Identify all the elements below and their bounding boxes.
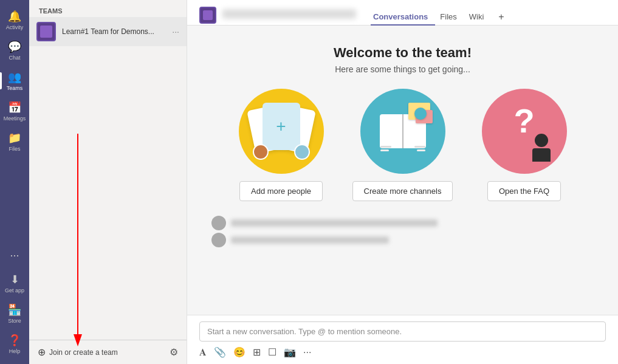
welcome-subtitle: Here are some things to get going... <box>335 64 470 74</box>
team-avatar-inner <box>40 26 52 38</box>
channel-title-blurred <box>222 9 356 19</box>
nav-label-meetings: Meetings <box>4 115 26 122</box>
nav-item-teams[interactable]: 👥 Teams <box>0 66 29 96</box>
activity-icon: 🔔 <box>8 10 21 23</box>
book-line-2 <box>380 149 389 151</box>
nav-item-chat[interactable]: 💬 Chat <box>0 35 29 66</box>
welcome-card-faq: ? Open the FAQ <box>470 89 579 201</box>
circle-decoration <box>414 108 427 120</box>
welcome-card-add-people: + Add more people <box>227 89 336 201</box>
meetings-icon: 📅 <box>8 101 21 114</box>
create-more-channels-button[interactable]: Create more channels <box>352 181 453 201</box>
message-row-1 <box>211 216 594 230</box>
main-content: Conversations Files Wiki + Welcome to th… <box>187 0 618 364</box>
compose-area: Start a new conversation. Type @ to ment… <box>187 315 618 364</box>
annotation-arrow <box>29 131 90 349</box>
nav-label-activity: Activity <box>6 24 24 30</box>
team-avatar <box>36 22 56 41</box>
messages-area <box>187 216 618 257</box>
avatar-left <box>253 144 269 160</box>
team-name: Learn#1 Team for Demons... <box>62 27 172 36</box>
more-options-icon[interactable]: ··· <box>303 347 311 358</box>
book-line-4 <box>417 149 425 151</box>
meet-icon[interactable]: 📷 <box>284 346 296 358</box>
chat-icon: 💬 <box>8 40 21 53</box>
getapp-icon: ⬇ <box>10 273 19 286</box>
avatar-right <box>294 144 310 160</box>
nav-item-files[interactable]: 📁 Files <box>0 126 29 157</box>
create-channels-illustration <box>360 89 445 174</box>
compose-toolbar: 𝐀 📎 😊 ⊞ ☐ 📷 ··· <box>199 346 606 358</box>
join-create-label: Join or create a team <box>49 348 118 357</box>
join-create-icon: ⊕ <box>38 346 46 358</box>
nav-item-getapp[interactable]: ⬇ Get app <box>0 268 29 298</box>
sidebar: TEAMS Learn#1 Team for Demons... ··· ⊕ J… <box>29 0 187 364</box>
tab-conversations[interactable]: Conversations <box>371 9 435 25</box>
nav-label-help: Help <box>9 348 21 354</box>
message-avatar-2 <box>211 233 226 247</box>
nav-label-files: Files <box>9 146 20 152</box>
channel-avatar <box>199 7 216 24</box>
attach-icon[interactable]: 📎 <box>214 346 226 358</box>
person-figure <box>532 134 551 162</box>
giphy-icon[interactable]: ⊞ <box>253 346 261 358</box>
add-people-illustration: + <box>239 89 324 174</box>
format-text-icon[interactable]: 𝐀 <box>199 347 207 358</box>
join-create-button[interactable]: ⊕ Join or create a team <box>38 346 118 358</box>
nav-item-activity[interactable]: 🔔 Activity <box>0 5 29 35</box>
sticker-icon[interactable]: ☐ <box>268 346 276 358</box>
nav-label-getapp: Get app <box>5 287 24 294</box>
welcome-cards: + Add more people <box>227 89 579 201</box>
message-text-2 <box>231 236 389 244</box>
tab-add-button[interactable]: + <box>493 9 509 25</box>
book-spine <box>402 114 403 148</box>
compose-input[interactable]: Start a new conversation. Type @ to ment… <box>199 321 606 342</box>
book-line-1 <box>380 146 391 148</box>
files-icon: 📁 <box>8 131 21 145</box>
nav-item-more[interactable]: ··· <box>0 244 29 268</box>
message-row-2 <box>211 233 594 247</box>
book-line-3 <box>414 146 425 148</box>
message-text-1 <box>231 219 438 227</box>
message-avatar-1 <box>211 216 226 230</box>
nav-label-store: Store <box>8 318 21 324</box>
sidebar-team-item[interactable]: Learn#1 Team for Demons... ··· <box>29 17 187 46</box>
person-head <box>535 134 548 147</box>
channel-header: Conversations Files Wiki + <box>187 0 618 26</box>
settings-icon[interactable]: ⚙ <box>170 346 178 358</box>
question-mark-icon: ? <box>513 104 534 138</box>
person-body <box>532 148 551 162</box>
nav-item-meetings[interactable]: 📅 Meetings <box>0 96 29 126</box>
tab-wiki[interactable]: Wiki <box>467 9 492 25</box>
more-icon: ··· <box>10 249 19 262</box>
help-icon: ❓ <box>8 334 21 347</box>
nav-item-help[interactable]: ❓ Help <box>0 329 29 359</box>
welcome-section: Welcome to the team! Here are some thing… <box>187 26 618 315</box>
welcome-title: Welcome to the team! <box>334 45 472 61</box>
sidebar-header: TEAMS <box>29 0 187 17</box>
tabs: Conversations Files Wiki + <box>359 9 521 25</box>
emoji-icon[interactable]: 😊 <box>233 346 245 358</box>
faq-illustration: ? <box>482 89 567 174</box>
sidebar-footer: ⊕ Join or create a team ⚙ <box>29 340 187 364</box>
welcome-card-create-channels: Create more channels <box>348 89 458 201</box>
channel-avatar-inner <box>203 10 213 20</box>
nav-item-store[interactable]: 🏪 Store <box>0 298 29 329</box>
nav-label-teams: Teams <box>7 85 23 91</box>
team-more-button[interactable]: ··· <box>172 27 179 36</box>
plus-icon: + <box>276 117 286 136</box>
teams-icon: 👥 <box>8 70 21 84</box>
card-center: + <box>263 103 300 150</box>
tab-files[interactable]: Files <box>438 9 464 25</box>
nav-label-chat: Chat <box>9 55 20 61</box>
add-more-people-button[interactable]: Add more people <box>239 181 323 201</box>
open-faq-button[interactable]: Open the FAQ <box>487 181 561 201</box>
nav-bar: 🔔 Activity 💬 Chat 👥 Teams 📅 Meetings 📁 F… <box>0 0 29 364</box>
channel-title <box>222 9 356 21</box>
store-icon: 🏪 <box>8 303 21 317</box>
